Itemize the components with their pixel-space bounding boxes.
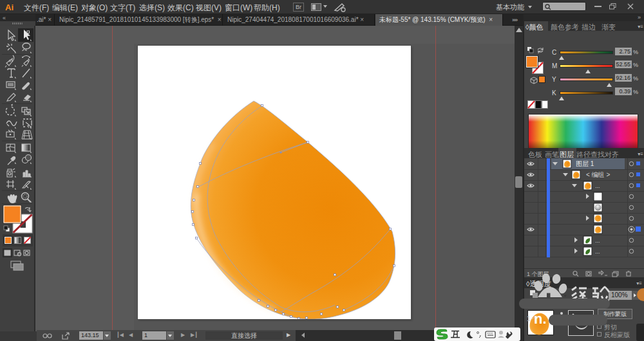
svg-text:< 编组 >: < 编组 > — [586, 171, 610, 178]
svg-text:...: ... — [595, 183, 600, 189]
svg-text:...: ... — [595, 237, 600, 244]
svg-text:...: ... — [595, 248, 600, 255]
svg-text:图层 1: 图层 1 — [576, 160, 594, 167]
svg-text:n.: n. — [534, 311, 547, 327]
